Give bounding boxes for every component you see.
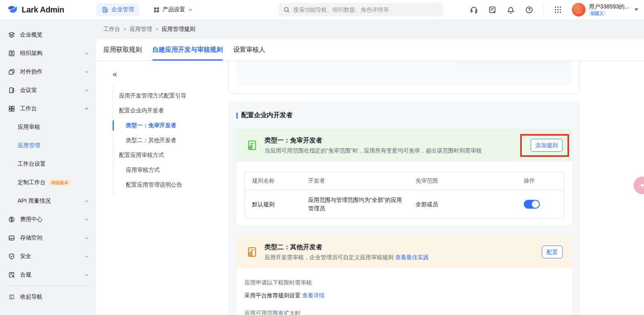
chevron-down-icon xyxy=(188,7,193,12)
workplace-icon xyxy=(8,105,15,112)
collapse-nav-button[interactable]: 收起导航 xyxy=(0,288,96,306)
configure-button[interactable]: 配置 xyxy=(542,246,563,258)
external-collab-icon xyxy=(8,68,15,75)
sidebar-label: 会议室 xyxy=(20,87,79,94)
sidebar-item-compliance[interactable]: 合规 xyxy=(0,266,96,284)
sidebar-item-api-usage[interactable]: API 用量情况 xyxy=(0,192,96,210)
sidebar-child-label: API 用量情况 xyxy=(18,197,81,205)
lark-admin-logo[interactable]: Lark Admin xyxy=(0,4,96,15)
sidebar-item-external-collab[interactable]: 对外协作 xyxy=(0,63,96,81)
lark-logo-icon xyxy=(7,4,18,15)
cell-developer: 应用范围与管理范围均为"全部"的应用管理员 xyxy=(301,193,408,216)
subnav-collapse-button[interactable]: « xyxy=(113,70,121,78)
sidebar-item-meeting-room[interactable]: 会议室 xyxy=(0,81,96,100)
best-practice-link[interactable]: 查看最佳实践 xyxy=(395,254,429,260)
subnav-item-type1-exempt[interactable]: 类型一：免审开发者 xyxy=(113,118,228,133)
sidebar-child-label: 应用管理 xyxy=(18,142,40,149)
sidebar-child-label: 工作台设置 xyxy=(18,161,46,168)
product-settings-icon xyxy=(153,6,160,13)
sidebar-child-label: 定制工作台 xyxy=(18,179,46,186)
secondary-nav: « 应用开发管理方式配置引导 配置企业内开发者 类型一：免审开发者 类型二：其他… xyxy=(96,61,228,315)
subnav-item-management-notice[interactable]: 配置应用管理说明公告 xyxy=(113,177,228,192)
chevron-down-icon xyxy=(84,217,89,222)
subnav-item-config-guide[interactable]: 应用开发管理方式配置引导 xyxy=(113,88,228,103)
support-headset-icon[interactable] xyxy=(470,5,478,14)
tab-app-acquisition-rules[interactable]: 应用获取规则 xyxy=(103,39,142,61)
guide-card-partial xyxy=(228,61,580,93)
recommended-rule-setting: 采用平台推荐规则设置 xyxy=(244,292,301,299)
nav-product-label: 产品设置 xyxy=(163,6,185,13)
user-role-badge: 创建人 xyxy=(589,10,606,16)
breadcrumb-separator: > xyxy=(123,26,127,32)
sidebar-item-workplace-settings[interactable]: 工作台设置 xyxy=(0,155,96,173)
sidebar-item-org-structure[interactable]: 组织架构 xyxy=(0,44,96,63)
sidebar-label: 费用中心 xyxy=(20,216,79,223)
avatar xyxy=(572,3,585,16)
user-menu[interactable]: 用户338593的... 创建人 xyxy=(572,3,638,16)
subnav-item-type2-other[interactable]: 类型二：其他开发者 xyxy=(113,133,228,148)
nav-enterprise-management[interactable]: 企业管理 xyxy=(96,3,139,16)
notification-bell-icon[interactable] xyxy=(507,5,515,14)
layers-icon xyxy=(8,31,15,39)
nav-product-settings[interactable]: 产品设置 xyxy=(153,6,193,13)
billing-icon xyxy=(8,216,15,223)
top-header: Lark Admin 企业管理 产品设置 xyxy=(0,0,644,19)
breadcrumb-workplace[interactable]: 工作台 xyxy=(103,26,120,33)
chevron-down-icon xyxy=(84,199,89,203)
org-structure-icon xyxy=(8,50,15,57)
sidebar-item-storage[interactable]: 存储空间 xyxy=(0,229,96,247)
storage-icon xyxy=(8,234,15,242)
sidebar-label: 企业概览 xyxy=(20,31,89,39)
doc-clock-icon xyxy=(246,246,258,258)
main-content: 配置企业内开发者 xyxy=(228,61,644,315)
subnav-item-app-review-method[interactable]: 应用审核方式 xyxy=(113,163,228,177)
sidebar-label: 工作台 xyxy=(20,105,79,112)
search-icon xyxy=(283,6,290,13)
type1-title: 类型一：免审开发者 xyxy=(264,136,524,145)
sidebar-item-custom-workplace[interactable]: 定制工作台 增值版本 xyxy=(0,173,96,192)
subnav-item-internal-developers[interactable]: 配置企业内开发者 xyxy=(113,103,228,118)
add-rule-button[interactable]: 添加规则 xyxy=(531,139,563,152)
type2-description: 应用开发需审核，企业管理员可自定义应用审核规则 xyxy=(264,254,394,260)
sidebar-item-workplace[interactable]: 工作台 xyxy=(0,100,96,118)
sidebar-label: 对外协作 xyxy=(20,68,79,75)
type1-card: 类型一：免审开发者 当应用可用范围在指定的"免审范围"时，应用所有变更均可免审，… xyxy=(236,129,572,226)
guide-illustration xyxy=(237,61,571,85)
rule-toggle[interactable] xyxy=(524,200,540,209)
header-divider xyxy=(543,6,544,14)
main-panel: 应用获取规则 自建应用开发与审核规则 设置审核人 « 应用开发管理方式配置引导 … xyxy=(96,39,644,315)
collapse-nav-label: 收起导航 xyxy=(20,293,89,301)
sidebar-divider xyxy=(6,286,90,286)
view-details-link[interactable]: 查看详情 xyxy=(302,292,325,299)
type1-description: 当应用可用范围在指定的"免审范围"时，应用所有变更均可免审，超出该范围时则需审核 xyxy=(264,146,524,154)
sidebar-child-label: 应用审核 xyxy=(18,124,40,131)
tab-bar: 应用获取规则 自建应用开发与审核规则 设置审核人 xyxy=(96,39,644,61)
chevron-down-icon xyxy=(84,254,89,259)
chevron-down-icon xyxy=(84,88,89,93)
sidebar-item-app-review[interactable]: 应用审核 xyxy=(0,118,96,136)
sidebar-item-app-management[interactable]: 应用管理 xyxy=(0,136,96,155)
tab-set-reviewers[interactable]: 设置审核人 xyxy=(233,39,265,61)
col-header-exempt-scope: 免审范围 xyxy=(408,174,517,188)
user-name: 用户338593的... xyxy=(589,3,629,10)
search-input[interactable] xyxy=(293,6,438,13)
exempt-rules-table: 规则名称 开发者 免审范围 操作 默认规则 应用范围与管理范围均为"全部"的应用… xyxy=(244,172,564,219)
apps-grid-icon[interactable] xyxy=(553,5,562,14)
tab-custom-app-dev-review-rules[interactable]: 自建应用开发与审核规则 xyxy=(152,39,223,61)
col-header-developer: 开发者 xyxy=(301,174,408,188)
chevron-down-icon xyxy=(84,272,89,277)
sidebar-item-billing-center[interactable]: 费用中心 xyxy=(0,210,96,229)
sidebar-item-security[interactable]: 安全 xyxy=(0,247,96,266)
user-caret-icon xyxy=(634,8,638,11)
chevron-down-icon xyxy=(84,236,89,240)
survey-clipboard-icon[interactable] xyxy=(488,5,497,14)
meeting-room-icon xyxy=(8,87,15,94)
subnav-item-review-method[interactable]: 配置应用审核方式 xyxy=(113,148,228,163)
help-icon[interactable] xyxy=(525,5,534,14)
sidebar-item-enterprise-overview[interactable]: 企业概览 xyxy=(0,26,96,44)
global-search[interactable] xyxy=(279,3,443,16)
main-sidebar: 企业概览 组织架构 对外协作 会议室 xyxy=(0,19,96,315)
type2-card: 类型二：其他开发者 应用开发需审核，企业管理员可自定义应用审核规则 查看最佳实践… xyxy=(236,236,572,315)
breadcrumb-app-management[interactable]: 应用管理 xyxy=(130,26,152,33)
building-icon xyxy=(102,6,109,13)
